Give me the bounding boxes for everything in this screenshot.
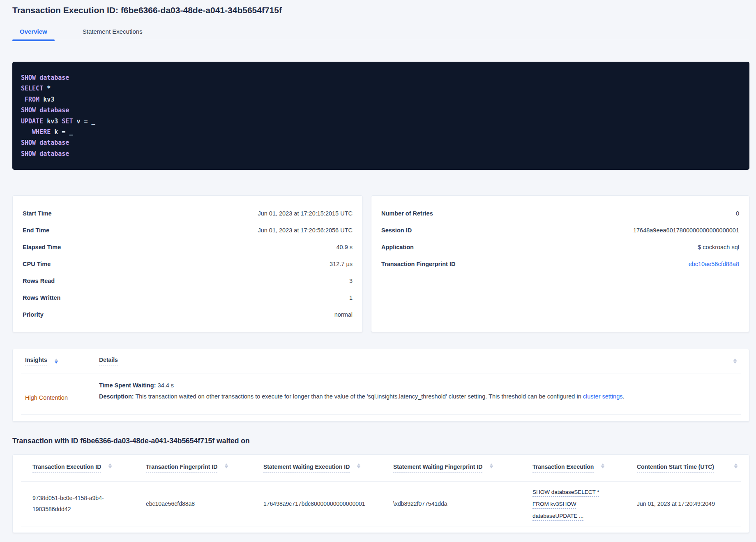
stat-value: $ cockroach sql <box>698 244 739 250</box>
stat-label: End Time <box>23 227 49 234</box>
cell-value: Jun 01, 2023 at 17:20:49:2049 <box>637 498 715 510</box>
divider <box>21 526 741 526</box>
sql-line: UPDATE kv3 SET v = _ <box>21 116 741 127</box>
stat-row-start-time: Start TimeJun 01, 2023 at 17:20:15:2015 … <box>23 205 353 222</box>
stat-row-retries: Number of Retries0 <box>381 205 739 222</box>
cell-value: 176498a9c717bdc80000000000000001 <box>263 498 365 510</box>
insight-badge-high-contention: High Contention <box>25 394 68 401</box>
stat-value: Jun 01, 2023 at 17:20:56:2056 UTC <box>258 227 353 234</box>
sql-line: SHOW database <box>21 148 741 159</box>
sql-token: FROM <box>21 96 39 103</box>
sort-icon[interactable] <box>601 463 604 468</box>
time-spent-waiting-value: 34.4 s <box>158 382 174 389</box>
time-spent-waiting-label: Time Spent Waiting: <box>99 382 156 389</box>
table-row: 9738d051-bc0e-4158-a9b4-1903586ddd42 ebc… <box>13 482 749 526</box>
column-header-label[interactable]: Transaction Execution <box>532 463 594 473</box>
stat-row-rows-written: Rows Written1 <box>23 289 353 306</box>
sort-icon[interactable] <box>734 463 738 468</box>
sql-line: SHOW database <box>21 105 741 116</box>
sort-icon[interactable] <box>55 359 58 364</box>
sql-token: SELECT <box>21 85 43 92</box>
sort-icon[interactable] <box>490 463 493 468</box>
stat-label: Transaction Fingerprint ID <box>381 261 455 267</box>
insight-row: High Contention Time Spent Waiting: 34.4… <box>13 373 749 414</box>
stat-value: 312.7 µs <box>330 261 353 267</box>
stat-value: Jun 01, 2023 at 17:20:15:2015 UTC <box>258 210 353 217</box>
column-header-transaction-fingerprint-id: Transaction Fingerprint ID <box>146 463 263 473</box>
stat-value: 3 <box>349 278 353 284</box>
transaction-fingerprint-link[interactable]: ebc10ae56cfd88a8 <box>689 261 739 267</box>
stat-label: Number of Retries <box>381 210 433 217</box>
sql-token: kv3 <box>43 118 58 125</box>
sql-token: v = _ <box>73 118 95 125</box>
cell-statement-waiting-fingerprint-id: \xdb8922f077541dda <box>393 498 532 510</box>
column-header-statement-waiting-execution-id: Statement Waiting Execution ID <box>263 463 393 473</box>
sql-line: FROM kv3 <box>21 94 741 105</box>
stat-row-end-time: End TimeJun 01, 2023 at 17:20:56:2056 UT… <box>23 222 353 239</box>
sql-line: WHERE k = _ <box>21 127 741 137</box>
sql-token: SHOW database <box>21 107 69 114</box>
divider <box>21 414 741 415</box>
cell-contention-start-time: Jun 01, 2023 at 17:20:49:2049 <box>637 498 739 510</box>
session-stats-card: Number of Retries0 Session ID17648a9eea6… <box>371 195 749 332</box>
waited-on-table: Transaction Execution ID Transaction Fin… <box>12 454 749 533</box>
cell-value: \xdb8922f077541dda <box>393 498 447 510</box>
column-header-label[interactable]: Statement Waiting Execution ID <box>263 463 350 473</box>
sql-token: SHOW database <box>21 139 69 146</box>
stat-label: Priority <box>23 311 44 318</box>
insight-cell: High Contention <box>25 381 99 414</box>
column-header-insights[interactable]: Insights <box>25 357 47 366</box>
stat-row-transaction-fingerprint: Transaction Fingerprint IDebc10ae56cfd88… <box>381 255 739 272</box>
column-header-statement-waiting-fingerprint-id: Statement Waiting Fingerprint ID <box>393 463 532 473</box>
sql-line: SHOW database <box>21 137 741 148</box>
column-header-label[interactable]: Contention Start Time (UTC) <box>637 463 714 473</box>
stat-label: Elapsed Time <box>23 244 61 250</box>
stat-label: Rows Written <box>23 294 60 301</box>
column-header-label[interactable]: Transaction Fingerprint ID <box>146 463 217 473</box>
insights-table: Insights Details High Contention Time Sp… <box>12 349 749 422</box>
waited-on-heading: Transaction with ID f6be6366-da03-48de-a… <box>12 437 250 445</box>
insight-description: Description: This transaction waited on … <box>99 392 625 401</box>
column-header-label[interactable]: Transaction Execution ID <box>32 463 101 473</box>
sort-icon[interactable] <box>733 359 737 364</box>
tab-bar: Overview Statement Executions <box>12 24 749 40</box>
insight-details-cell: Time Spent Waiting: 34.4 s Description: … <box>99 381 625 414</box>
cell-transaction-execution: SHOW databaseSELECT * FROM kv3SHOW datab… <box>532 486 637 522</box>
sql-line: SHOW database <box>21 72 741 83</box>
stat-label: Rows Read <box>23 278 55 284</box>
cell-transaction-fingerprint-id: ebc10ae56cfd88a8 <box>146 498 263 510</box>
sql-statement-box: SHOW database SELECT * FROM kv3 SHOW dat… <box>12 62 749 170</box>
stat-label: Start Time <box>23 210 52 217</box>
sql-token: UPDATE <box>21 118 43 125</box>
sql-token: SHOW database <box>21 150 69 158</box>
sql-token: SET <box>58 118 73 125</box>
stat-row-priority: Prioritynormal <box>23 306 353 323</box>
column-header-transaction-execution-id: Transaction Execution ID <box>32 463 146 473</box>
sort-icon[interactable] <box>225 463 228 468</box>
column-header-details[interactable]: Details <box>99 357 118 366</box>
column-header-contention-start-time: Contention Start Time (UTC) <box>637 463 739 473</box>
description-label: Description: <box>99 393 134 400</box>
stat-row-rows-read: Rows Read3 <box>23 272 353 289</box>
waited-on-table-header: Transaction Execution ID Transaction Fin… <box>13 455 749 481</box>
sort-icon[interactable] <box>357 463 360 468</box>
stat-value: normal <box>334 311 353 318</box>
stat-value: 0 <box>736 210 739 217</box>
column-header-transaction-execution: Transaction Execution <box>532 463 637 473</box>
column-header-label[interactable]: Statement Waiting Fingerprint ID <box>393 463 482 473</box>
stat-row-elapsed-time: Elapsed Time40.9 s <box>23 239 353 255</box>
sql-token: SHOW database <box>21 74 69 81</box>
tab-statement-executions[interactable]: Statement Executions <box>75 24 150 40</box>
cell-value: 9738d051-bc0e-4158-a9b4-1903586ddd42 <box>32 493 127 515</box>
tab-overview[interactable]: Overview <box>12 24 55 40</box>
stat-value: 40.9 s <box>337 244 353 250</box>
cluster-settings-link[interactable]: cluster settings <box>583 393 623 400</box>
sort-icon[interactable] <box>108 463 112 468</box>
insights-table-header: Insights Details <box>13 349 749 373</box>
description-text: This transaction waited on other transac… <box>135 393 583 400</box>
stat-row-application: Application$ cockroach sql <box>381 239 739 255</box>
stat-value: 1 <box>349 294 353 301</box>
transaction-execution-link[interactable]: SHOW databaseSELECT * FROM kv3SHOW datab… <box>532 486 606 522</box>
cell-statement-waiting-execution-id: 176498a9c717bdc80000000000000001 <box>263 498 393 510</box>
stat-label: Session ID <box>381 227 412 234</box>
